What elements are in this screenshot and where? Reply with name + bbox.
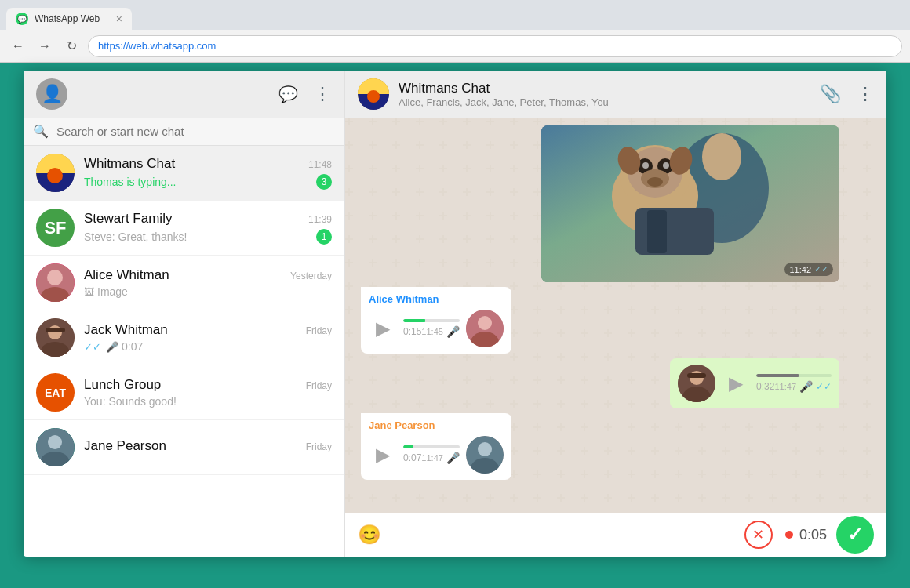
stewart-preview: Steve: Great, thanks! — [84, 230, 311, 243]
whitmans-info: Whitmans Chat 11:48 Thomas is typing... … — [84, 156, 332, 190]
alice-time-sent: 11:45 — [421, 327, 443, 336]
my-avatar[interactable]: 👤 — [36, 78, 67, 110]
send-button[interactable]: ✓ — [836, 516, 874, 554]
refresh-button[interactable]: ↻ — [61, 36, 82, 56]
svg-point-27 — [663, 162, 669, 169]
stewart-time: 11:39 — [308, 214, 332, 225]
chat-menu-icon: ⋮ — [857, 84, 874, 104]
alice-avatar — [36, 263, 75, 302]
jack-time: Friday — [306, 325, 332, 336]
recording-controls: ✕ 0:05 — [391, 521, 827, 549]
alice-mic-badge: 🎤 — [446, 325, 460, 338]
jane-list-avatar — [36, 428, 75, 466]
alice-info: Alice Whitman Yesterday 🖼 Image — [84, 267, 332, 298]
double-tick-check: ✓✓ — [814, 264, 828, 274]
left-header: 👤 💬 ⋮ — [24, 71, 344, 118]
chat-item-lunch[interactable]: EAT Lunch Group Friday You: Sounds good! — [24, 365, 344, 420]
svg-point-26 — [642, 162, 649, 169]
jane-progress-bar[interactable] — [403, 445, 460, 448]
chat-item-stewart[interactable]: SF Stewart Family 11:39 Steve: Great, th… — [24, 201, 344, 256]
alice-audio-info: 0:15 11:45 🎤 — [403, 325, 460, 338]
svg-point-5 — [47, 270, 63, 285]
chat-list-panel: 👤 💬 ⋮ 🔍 — [24, 71, 345, 557]
search-input[interactable] — [56, 125, 335, 138]
emoji-button[interactable]: 😊 — [358, 524, 381, 546]
jack-name: Jack Whitman — [84, 322, 168, 338]
chat-item-jack[interactable]: Jack Whitman Friday ✓✓ 🎤 0:07 — [24, 310, 344, 365]
send-icon: ✓ — [847, 524, 863, 546]
svg-rect-10 — [46, 328, 65, 332]
search-icon: 🔍 — [33, 124, 49, 139]
browser-chrome: 💬 WhatsApp Web × ← → ↻ — [0, 0, 910, 63]
alice-preview: Image — [97, 285, 332, 298]
menu-button[interactable]: ⋮ — [314, 84, 332, 104]
alice-audio-row: ▶ 0:15 11:45 🎤 — [369, 310, 504, 347]
search-bar: 🔍 — [24, 118, 344, 146]
alice-progress-bar[interactable] — [403, 319, 460, 322]
header-actions: 💬 ⋮ — [278, 84, 332, 104]
stewart-info: Stewart Family 11:39 Steve: Great, thank… — [84, 211, 332, 245]
chat-menu-button[interactable]: ⋮ — [857, 84, 874, 104]
audio-message-jane: Jane Pearson ▶ 0:07 11:47 — [361, 413, 511, 480]
svg-point-29 — [647, 177, 663, 187]
alice-speaker-avatar — [466, 310, 504, 347]
svg-point-42 — [478, 442, 492, 456]
jane-duration: 0:07 — [403, 452, 421, 463]
lunch-time: Friday — [306, 380, 332, 391]
stewart-avatar: SF — [36, 209, 75, 247]
tab-close-btn[interactable]: × — [116, 13, 122, 24]
outgoing-speaker-avatar — [678, 365, 715, 402]
chat-item-jane-list[interactable]: Jane Pearson Friday — [24, 420, 344, 475]
lunch-avatar: EAT — [36, 373, 75, 412]
jane-list-time: Friday — [306, 441, 332, 452]
outgoing-duration: 0:32 — [756, 381, 774, 392]
jane-audio-info: 0:07 11:47 🎤 — [403, 452, 460, 464]
outgoing-waveform[interactable]: 0:32 11:47 🎤 ✓✓ — [756, 374, 832, 393]
new-chat-button[interactable]: 💬 — [278, 85, 298, 103]
stewart-badge: 1 — [316, 229, 332, 245]
outgoing-progress-bar[interactable] — [756, 374, 832, 377]
outgoing-mic-badge: 🎤 — [799, 380, 813, 393]
cancel-recording-button[interactable]: ✕ — [744, 521, 773, 549]
messages-area: 11:42 ✓✓ Alice Whitman ▶ — [345, 118, 886, 513]
attachment-button[interactable]: 📎 — [820, 84, 841, 104]
whitmans-time: 11:48 — [308, 159, 332, 170]
group-members: Alice, Francis, Jack, Jane, Peter, Thoma… — [399, 96, 810, 108]
group-avatar[interactable] — [358, 78, 389, 110]
app-background: 👤 💬 ⋮ 🔍 — [0, 63, 910, 572]
jane-list-name: Jane Pearson — [84, 438, 166, 454]
lunch-preview: You: Sounds good! — [84, 395, 332, 408]
svg-rect-40 — [687, 373, 706, 378]
back-button[interactable]: ← — [8, 36, 28, 56]
whitmans-badge: 3 — [316, 174, 332, 190]
chat-window: Whitmans Chat Alice, Francis, Jack, Jane… — [345, 71, 886, 557]
outgoing-audio-row: ▶ 0:32 11:47 🎤 ✓✓ — [678, 365, 832, 402]
outgoing-play-button[interactable]: ▶ — [722, 369, 750, 397]
lunch-name: Lunch Group — [84, 377, 161, 393]
chat-item-alice[interactable]: Alice Whitman Yesterday 🖼 Image — [24, 256, 344, 310]
jane-mic-badge: 🎤 — [446, 452, 460, 464]
svg-point-35 — [478, 316, 492, 330]
alice-play-button[interactable]: ▶ — [369, 314, 397, 343]
jane-waveform[interactable]: 0:07 11:47 🎤 — [403, 445, 460, 464]
stewart-name: Stewart Family — [84, 211, 172, 227]
group-name: Whitmans Chat — [399, 81, 810, 96]
alice-waveform[interactable]: 0:15 11:45 🎤 — [403, 319, 460, 338]
record-timer: 0:05 — [785, 527, 827, 543]
browser-tab[interactable]: 💬 WhatsApp Web × — [6, 8, 132, 30]
jane-play-button[interactable]: ▶ — [369, 441, 397, 469]
tab-title: WhatsApp Web — [35, 13, 110, 24]
alice-duration: 0:15 — [403, 326, 421, 337]
double-tick-icon: ✓✓ — [84, 341, 101, 353]
jane-time-sent: 11:47 — [421, 453, 443, 463]
photo-message: 11:42 ✓✓ — [541, 125, 839, 282]
group-info[interactable]: Whitmans Chat Alice, Francis, Jack, Jane… — [399, 81, 810, 108]
right-header: Whitmans Chat Alice, Francis, Jack, Jane… — [345, 71, 886, 118]
jane-audio-row: ▶ 0:07 11:47 🎤 — [369, 436, 504, 474]
chat-item-whitmans[interactable]: Whitmans Chat 11:48 Thomas is typing... … — [24, 146, 344, 201]
cancel-icon: ✕ — [752, 526, 764, 543]
address-bar[interactable] — [88, 35, 902, 57]
forward-button[interactable]: → — [35, 36, 55, 56]
record-dot — [785, 531, 793, 539]
svg-point-3 — [47, 168, 63, 183]
